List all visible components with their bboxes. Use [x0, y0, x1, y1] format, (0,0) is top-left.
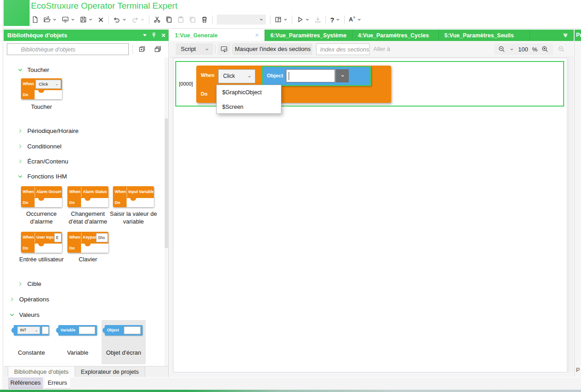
- separator: [232, 45, 233, 54]
- layout-button[interactable]: [272, 14, 290, 25]
- layout-icon: [275, 16, 282, 23]
- run-button[interactable]: [294, 14, 312, 25]
- stacked-windows-icon: [154, 46, 162, 53]
- tree-item-periodique[interactable]: Périodique/Horaire: [17, 127, 79, 135]
- close-tab-icon[interactable]: ✕: [255, 32, 259, 38]
- open-button[interactable]: [41, 14, 59, 25]
- tree-item-valeurs[interactable]: Valeurs: [9, 311, 40, 319]
- toolbar-combobox[interactable]: [217, 15, 266, 25]
- right-panel-header[interactable]: Pr: [575, 30, 581, 41]
- expand-all-button[interactable]: [135, 43, 149, 55]
- redo-button[interactable]: [129, 14, 147, 25]
- cut-button[interactable]: [151, 14, 163, 25]
- comment-toggle-button[interactable]: [218, 43, 230, 55]
- tab-vue-generale[interactable]: 1:Vue_Generale ✕: [169, 30, 265, 41]
- object-dropdown-button[interactable]: [336, 69, 349, 82]
- right-panel-bottom-label: P: [576, 367, 580, 373]
- library-block-toucher[interactable]: When Do Click: [21, 78, 62, 99]
- chevron-down-icon: [259, 17, 264, 22]
- close-panel-icon[interactable]: ✕: [161, 32, 166, 39]
- library-block-alarm-occurrence[interactable]: When Do Alarm Occurre: [21, 186, 62, 207]
- tab-list-icon[interactable]: [563, 34, 567, 37]
- library-search-row: [4, 41, 168, 57]
- chevron-collapsed-icon: [17, 158, 23, 164]
- import-button[interactable]: [312, 14, 324, 25]
- zoom-reset-button[interactable]: [556, 43, 567, 55]
- library-tree: Toucher When Do Click Toucher Périodique…: [4, 57, 168, 366]
- value-input[interactable]: [42, 326, 49, 334]
- tab-explorateur-projets[interactable]: Explorateur de projets: [75, 367, 145, 377]
- library-block-constante[interactable]: INT: [14, 325, 49, 336]
- zoom-in-icon[interactable]: [541, 46, 549, 53]
- hide-section-index-button[interactable]: Masquer l'index des sections: [233, 43, 312, 55]
- language-button[interactable]: A≡: [347, 14, 363, 25]
- tree-item-fonctions-ihm[interactable]: Fonctions IHM: [17, 172, 67, 180]
- tab-references[interactable]: Références: [8, 377, 43, 389]
- chevron-down-icon[interactable]: [510, 47, 514, 51]
- scrollbar-thumb[interactable]: [165, 118, 168, 248]
- tree-item-conditionnel[interactable]: Conditionnel: [17, 142, 61, 150]
- library-block-keypad[interactable]: When Do Keypad Sho: [67, 232, 108, 253]
- script-toolbar: Script Masquer l'index des sections Alle…: [169, 41, 574, 57]
- chevron-expanded-icon: [17, 173, 23, 179]
- value-input[interactable]: [124, 326, 141, 334]
- panel-menu-icon[interactable]: [143, 34, 147, 36]
- delete-button[interactable]: [199, 14, 210, 25]
- tree-item-cible[interactable]: Cible: [17, 280, 41, 288]
- event-select[interactable]: Click: [36, 80, 61, 89]
- library-block-input-variable[interactable]: When Do Input Variable: [113, 186, 154, 207]
- chevron-collapsed-icon: [17, 281, 23, 287]
- close-button[interactable]: [95, 14, 107, 25]
- library-block-variable[interactable]: Variable: [58, 325, 97, 336]
- undo-button[interactable]: [111, 14, 129, 25]
- chevron-down-icon: [336, 17, 340, 22]
- section-index-input[interactable]: [316, 43, 370, 55]
- chevron-down-icon: [204, 47, 209, 51]
- download-to-device-button[interactable]: [59, 14, 77, 25]
- duplicate-button[interactable]: [187, 14, 199, 25]
- chevron-collapsed-icon: [17, 128, 23, 134]
- block-caption: Objet d'écran: [102, 349, 146, 356]
- tab-vue-parametres-cycles[interactable]: 4:Vue_Paramètres_Cycles: [352, 30, 439, 41]
- copy-icon: [165, 16, 173, 23]
- library-block-user-input[interactable]: When Do User Input E: [21, 232, 62, 253]
- copy-button[interactable]: [163, 14, 175, 25]
- tree-item-operations[interactable]: Opérations: [9, 295, 49, 303]
- tree-item-toucher[interactable]: Toucher: [17, 66, 49, 74]
- library-block-alarm-status[interactable]: When Do Alarm Status C: [67, 186, 108, 207]
- type-select[interactable]: INT: [17, 326, 40, 334]
- goto-button[interactable]: Aller à: [373, 43, 390, 55]
- object-block[interactable]: Object: [262, 66, 371, 86]
- paste-button[interactable]: [175, 14, 187, 25]
- library-scrollbar[interactable]: [164, 57, 168, 366]
- save-button[interactable]: [77, 14, 95, 25]
- save-icon: [80, 16, 87, 23]
- dropdown-option-graphicobject[interactable]: $GraphicObject: [217, 85, 281, 100]
- value-input[interactable]: [79, 326, 95, 334]
- right-collapsed-panel[interactable]: Pr P: [574, 30, 581, 377]
- dropdown-option-screen[interactable]: $Screen: [217, 100, 281, 114]
- tab-erreurs[interactable]: Erreurs: [45, 377, 70, 389]
- editor-scrollbar[interactable]: [568, 58, 574, 372]
- tab-bibliotheque-objets[interactable]: Bibliothèque d'objets: [8, 367, 75, 377]
- mode-select[interactable]: Script: [176, 43, 213, 55]
- cascade-windows-button[interactable]: [150, 43, 165, 55]
- window-plus-icon: [138, 46, 146, 53]
- new-document-button[interactable]: [29, 14, 41, 25]
- application-window: EcoStruxure Operator Terminal Expert: [0, 0, 581, 392]
- screen-comment-icon: [220, 46, 228, 53]
- help-icon: ?: [330, 16, 334, 24]
- pin-icon[interactable]: [151, 32, 157, 38]
- library-search-input[interactable]: [7, 43, 129, 55]
- tab-vue-parametres-seuils[interactable]: 5:Vue_Paramètres_Seuils: [439, 30, 530, 41]
- tab-vue-parametres-systeme[interactable]: 6:Vue_Paramètres_Système: [265, 30, 352, 41]
- help-button[interactable]: ?: [328, 14, 342, 25]
- library-panel-header-icons: ✕: [143, 30, 166, 41]
- zoom-out-icon[interactable]: [498, 46, 505, 53]
- event-select[interactable]: Click: [218, 69, 255, 83]
- object-input[interactable]: [286, 69, 335, 82]
- script-editor-canvas[interactable]: [0000] When Click Do Object $GraphicObje…: [173, 58, 567, 372]
- toolbar-separator: [270, 15, 270, 24]
- library-block-objet-ecran[interactable]: Object: [105, 325, 143, 336]
- tree-item-ecran-contenu[interactable]: Écran/Contenu: [17, 157, 68, 165]
